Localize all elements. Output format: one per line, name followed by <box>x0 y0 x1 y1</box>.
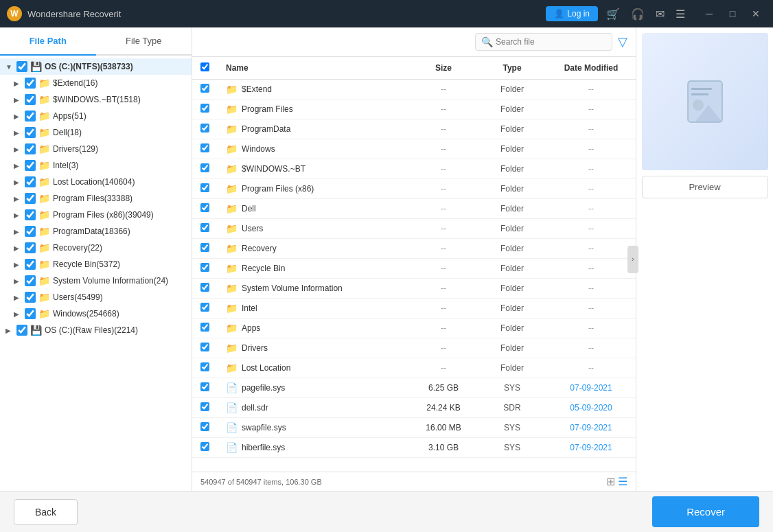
table-row: 📄 hiberfile.sys 3.10 GB SYS 07-09-2021 <box>192 438 636 458</box>
tree-check-drivers[interactable] <box>25 143 36 154</box>
tree-check-lostloc[interactable] <box>25 176 36 187</box>
header-type[interactable]: Type <box>478 57 546 80</box>
row-checkbox[interactable] <box>200 243 209 252</box>
headphone-icon[interactable]: 🎧 <box>628 5 647 23</box>
row-size-cell: -- <box>409 119 478 139</box>
folder-icon-svi: 📁 <box>38 275 50 286</box>
row-checkbox[interactable] <box>200 143 209 152</box>
row-checkbox[interactable] <box>200 263 209 272</box>
folder-icon: 📁 <box>226 163 238 174</box>
file-name: Apps <box>242 323 260 333</box>
close-button[interactable]: ✕ <box>746 3 766 24</box>
row-type-cell: Folder <box>478 358 546 378</box>
tree-item-dell[interactable]: ▶ 📁 Dell(18) <box>0 124 192 141</box>
row-checkbox[interactable] <box>200 84 209 93</box>
row-date-cell: -- <box>546 100 636 119</box>
filter-icon[interactable]: ▽ <box>618 34 627 49</box>
row-checkbox[interactable] <box>200 422 209 431</box>
table-body: 📁 $Extend -- Folder -- 📁 Program Files -… <box>192 80 636 458</box>
menu-icon[interactable]: ☰ <box>673 5 688 23</box>
row-checkbox[interactable] <box>200 124 209 132</box>
cart-icon[interactable]: 🛒 <box>603 5 623 23</box>
row-checkbox[interactable] <box>200 223 209 232</box>
row-checkbox[interactable] <box>200 203 209 212</box>
tree-label-dell: Dell(18) <box>53 128 82 137</box>
row-checkbox[interactable] <box>200 343 209 351</box>
expand-handle[interactable]: › <box>627 246 638 273</box>
tree-check-windowsbt[interactable] <box>25 94 36 105</box>
row-check-cell <box>192 80 218 100</box>
row-checkbox[interactable] <box>200 303 209 312</box>
row-checkbox[interactable] <box>200 183 209 192</box>
table-row: 📁 $Extend -- Folder -- <box>192 80 636 100</box>
tree-item-programfilesx86[interactable]: ▶ 📁 Program Files (x86)(39049) <box>0 207 192 223</box>
row-size-cell: -- <box>409 259 478 279</box>
row-checkbox[interactable] <box>200 362 209 371</box>
tree-item-programdata[interactable]: ▶ 📁 ProgramData(18366) <box>0 223 192 240</box>
row-check-cell <box>192 358 218 378</box>
folder-icon-pf: 📁 <box>38 193 50 204</box>
header-check[interactable] <box>192 57 218 80</box>
tree-item-programfiles[interactable]: ▶ 📁 Program Files(33388) <box>0 190 192 207</box>
tab-file-type[interactable]: File Type <box>96 27 192 54</box>
tree-item-recyclebin[interactable]: ▶ 📁 Recycle Bin(5372) <box>0 256 192 273</box>
header-name[interactable]: Name <box>218 57 409 80</box>
row-checkbox[interactable] <box>200 104 209 113</box>
search-input[interactable] <box>496 37 606 47</box>
search-box[interactable]: 🔍 <box>475 33 612 51</box>
back-button[interactable]: Back <box>14 499 78 525</box>
table-header: Name Size Type Date Modified <box>192 57 636 80</box>
tree-root-item-1[interactable]: ▼ 💾 OS (C:)(NTFS)(538733) <box>0 58 192 75</box>
tree-item-users[interactable]: ▶ 📁 Users(45499) <box>0 289 192 305</box>
login-button[interactable]: 👤 Log in <box>546 6 598 21</box>
tree-item-drivers[interactable]: ▶ 📁 Drivers(129) <box>0 141 192 157</box>
tree-check-root2[interactable] <box>16 325 27 336</box>
row-checkbox[interactable] <box>200 283 209 292</box>
tree-item-sysvolinfo[interactable]: ▶ 📁 System Volume Information(24) <box>0 273 192 289</box>
tab-file-path[interactable]: File Path <box>0 27 96 54</box>
row-date-cell: -- <box>546 239 636 259</box>
tree-check-recovery[interactable] <box>25 242 36 253</box>
recover-button[interactable]: Recover <box>652 496 759 527</box>
tree-item-windowsbt[interactable]: ▶ 📁 $WINDOWS.~BT(1518) <box>0 91 192 108</box>
maximize-button[interactable]: □ <box>722 3 743 24</box>
tree-item-lostlocation[interactable]: ▶ 📁 Lost Location(140604) <box>0 174 192 190</box>
row-size-cell: -- <box>409 358 478 378</box>
tree-check-extend[interactable] <box>25 78 36 89</box>
tree-check-rb[interactable] <box>25 259 36 270</box>
tree-item-intel[interactable]: ▶ 📁 Intel(3) <box>0 157 192 174</box>
row-checkbox[interactable] <box>200 442 209 451</box>
file-table[interactable]: Name Size Type Date Modified 📁 $Extend <box>192 57 636 472</box>
tree-item-apps[interactable]: ▶ 📁 Apps(51) <box>0 108 192 124</box>
preview-button[interactable]: Preview <box>642 176 768 198</box>
sidebar-tree[interactable]: ▼ 💾 OS (C:)(NTFS)(538733) ▶ 📁 $Extend(16… <box>0 56 192 491</box>
tree-item-extend[interactable]: ▶ 📁 $Extend(16) <box>0 75 192 91</box>
list-view-icon[interactable]: ☰ <box>618 475 627 488</box>
tree-check-svi[interactable] <box>25 275 36 286</box>
row-checkbox[interactable] <box>200 163 209 172</box>
tree-check-users[interactable] <box>25 292 36 303</box>
tree-check-pfx86[interactable] <box>25 209 36 220</box>
tree-check-windows[interactable] <box>25 308 36 319</box>
grid-view-icon[interactable]: ⊞ <box>606 475 615 488</box>
tree-check-pf[interactable] <box>25 193 36 204</box>
tree-check-intel[interactable] <box>25 160 36 171</box>
select-all-checkbox[interactable] <box>200 62 209 71</box>
tree-check-dell[interactable] <box>25 127 36 138</box>
tree-item-windows[interactable]: ▶ 📁 Windows(254668) <box>0 305 192 322</box>
tree-root-item-2[interactable]: ▶ 💾 OS (C:)(Raw Files)(2214) <box>0 322 192 338</box>
row-checkbox[interactable] <box>200 382 209 391</box>
tree-check-apps[interactable] <box>25 111 36 122</box>
row-size-cell: -- <box>409 199 478 219</box>
mail-icon[interactable]: ✉ <box>653 5 667 23</box>
tree-item-recovery[interactable]: ▶ 📁 Recovery(22) <box>0 240 192 256</box>
minimize-button[interactable]: ─ <box>699 3 719 24</box>
header-size[interactable]: Size <box>409 57 478 80</box>
row-checkbox[interactable] <box>200 402 209 411</box>
header-date[interactable]: Date Modified <box>546 57 636 80</box>
row-checkbox[interactable] <box>200 323 209 332</box>
row-type-cell: Folder <box>478 319 546 338</box>
tree-check-pd[interactable] <box>25 226 36 237</box>
tree-check-root1[interactable] <box>16 61 27 72</box>
tree-arrow-pf: ▶ <box>14 195 25 203</box>
